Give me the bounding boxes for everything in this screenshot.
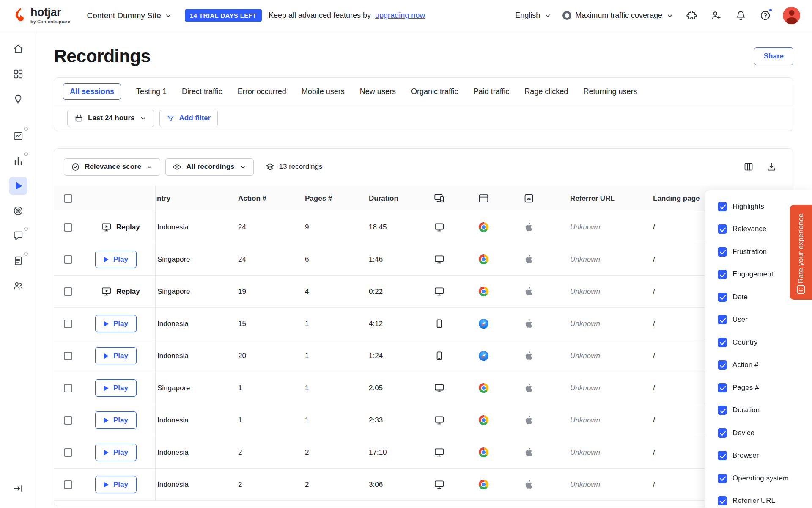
share-button[interactable]: Share: [754, 47, 793, 65]
safari-icon: [460, 308, 507, 340]
tab-direct-traffic[interactable]: Direct traffic: [182, 87, 222, 96]
nav-home[interactable]: [9, 40, 27, 58]
notifications-bell-icon[interactable]: [734, 9, 747, 22]
checked-checkbox-icon[interactable]: [718, 293, 727, 302]
add-filter-button[interactable]: Add filter: [159, 110, 218, 127]
checked-checkbox-icon[interactable]: [718, 451, 727, 460]
avatar[interactable]: [783, 7, 800, 24]
integrations-puzzle-icon[interactable]: [685, 9, 698, 22]
nav-recordings[interactable]: [9, 177, 27, 195]
checked-checkbox-icon[interactable]: [718, 224, 727, 234]
column-toggle-browser[interactable]: Browser: [705, 444, 812, 467]
cell-pages-count: 2: [305, 436, 369, 468]
column-toggle-pages[interactable]: Pages #: [705, 376, 812, 399]
chrome-icon: [460, 436, 507, 468]
tab-new-users[interactable]: New users: [360, 87, 396, 96]
play-button[interactable]: Play: [95, 379, 137, 397]
play-button[interactable]: Play: [95, 315, 137, 332]
nav-collapse[interactable]: [9, 479, 27, 498]
row-checkbox[interactable]: [64, 448, 72, 457]
nav-heatmaps[interactable]: [9, 202, 27, 220]
column-header-duration[interactable]: Duration: [369, 186, 418, 211]
table-row: PlayIndonesia112:33Unknown/: [54, 404, 793, 436]
invite-user-icon[interactable]: [709, 9, 723, 22]
column-toggle-operating-system[interactable]: Operating system: [705, 467, 812, 490]
row-checkbox[interactable]: [64, 320, 72, 328]
checked-checkbox-icon[interactable]: [718, 202, 727, 211]
checked-checkbox-icon[interactable]: [718, 474, 727, 483]
nav-funnels[interactable]: [9, 152, 27, 170]
column-toggle-referrer-url[interactable]: Referrer URL: [705, 490, 812, 508]
checked-checkbox-icon[interactable]: [718, 360, 727, 370]
column-toggle-user[interactable]: User: [705, 309, 812, 331]
row-checkbox[interactable]: [64, 223, 72, 232]
nav-feedback[interactable]: [9, 226, 27, 245]
tab-mobile-users[interactable]: Mobile users: [302, 87, 345, 96]
column-header-country[interactable]: Country: [156, 194, 170, 203]
column-toggle-duration[interactable]: Duration: [705, 399, 812, 422]
trends-chart-icon: [13, 130, 24, 141]
checked-checkbox-icon[interactable]: [718, 338, 727, 347]
cell-action-count: 2: [238, 436, 305, 468]
row-checkbox[interactable]: [64, 384, 72, 392]
tab-testing-1[interactable]: Testing 1: [136, 87, 167, 96]
tab-organic-traffic[interactable]: Organic traffic: [411, 87, 458, 96]
date-range-button[interactable]: Last 24 hours: [67, 110, 154, 127]
checked-checkbox-icon[interactable]: [718, 270, 727, 279]
row-checkbox[interactable]: [64, 255, 72, 264]
column-header-pages[interactable]: Pages #: [305, 186, 369, 211]
checked-checkbox-icon[interactable]: [718, 428, 727, 438]
layers-icon: [266, 163, 274, 171]
column-toggle-country[interactable]: Country: [705, 331, 812, 354]
hotjar-logo[interactable]: hotjar by Contentsquare: [14, 7, 70, 24]
tab-returning-users[interactable]: Returning users: [583, 87, 637, 96]
traffic-coverage-selector[interactable]: Maximum traffic coverage: [562, 11, 674, 20]
checked-checkbox-icon[interactable]: [718, 383, 727, 392]
select-all-checkbox[interactable]: [64, 194, 72, 203]
tab-error-occurred[interactable]: Error occurred: [238, 87, 286, 96]
row-checkbox[interactable]: [64, 287, 72, 296]
language-selector[interactable]: English: [515, 11, 551, 20]
column-toggle-action[interactable]: Action #: [705, 354, 812, 377]
sort-dropdown[interactable]: Relevance score: [64, 158, 160, 176]
download-button[interactable]: [763, 158, 780, 176]
play-button[interactable]: Play: [95, 476, 137, 493]
site-selector[interactable]: Content Dummy Site: [87, 11, 172, 20]
manage-columns-button[interactable]: [740, 158, 757, 176]
play-button[interactable]: Play: [95, 444, 137, 461]
checked-checkbox-icon[interactable]: [718, 406, 727, 415]
checked-checkbox-icon[interactable]: [718, 496, 727, 505]
nav-insights[interactable]: [9, 90, 27, 108]
column-header-os[interactable]: os: [507, 186, 551, 211]
tab-paid-traffic[interactable]: Paid traffic: [474, 87, 510, 96]
row-checkbox[interactable]: [64, 352, 72, 360]
new-dot: [24, 127, 28, 131]
play-button[interactable]: Play: [95, 251, 137, 268]
checked-checkbox-icon[interactable]: [718, 315, 727, 324]
help-icon[interactable]: [758, 9, 772, 22]
column-header-referrer[interactable]: Referrer URL: [551, 186, 642, 211]
cell-action-count: 1: [238, 404, 305, 436]
replay-button[interactable]: Replay: [101, 222, 140, 232]
nav-users[interactable]: [9, 276, 27, 295]
column-header-browser[interactable]: [460, 186, 507, 211]
column-header-device[interactable]: [418, 186, 460, 211]
tab-all-sessions[interactable]: All sessions: [63, 83, 121, 100]
row-checkbox[interactable]: [64, 416, 72, 425]
column-toggle-device[interactable]: Device: [705, 422, 812, 444]
visibility-dropdown[interactable]: All recordings: [165, 158, 253, 176]
play-button[interactable]: Play: [95, 347, 137, 364]
play-button[interactable]: Play: [95, 411, 137, 429]
column-toggle-label: Highlights: [732, 202, 764, 211]
upgrade-link[interactable]: upgrading now: [375, 11, 425, 19]
nav-surveys[interactable]: [9, 251, 27, 270]
checked-checkbox-icon[interactable]: [718, 247, 727, 257]
column-header-actions[interactable]: Action #: [238, 186, 305, 211]
rate-experience-tab[interactable]: Rate your experience: [790, 205, 812, 300]
nav-dashboards[interactable]: [9, 65, 27, 83]
replay-button[interactable]: Replay: [101, 286, 140, 297]
cell-country: Indonesia: [156, 469, 238, 500]
row-checkbox[interactable]: [64, 480, 72, 489]
tab-rage-clicked[interactable]: Rage clicked: [524, 87, 568, 96]
nav-trends[interactable]: [9, 127, 27, 145]
